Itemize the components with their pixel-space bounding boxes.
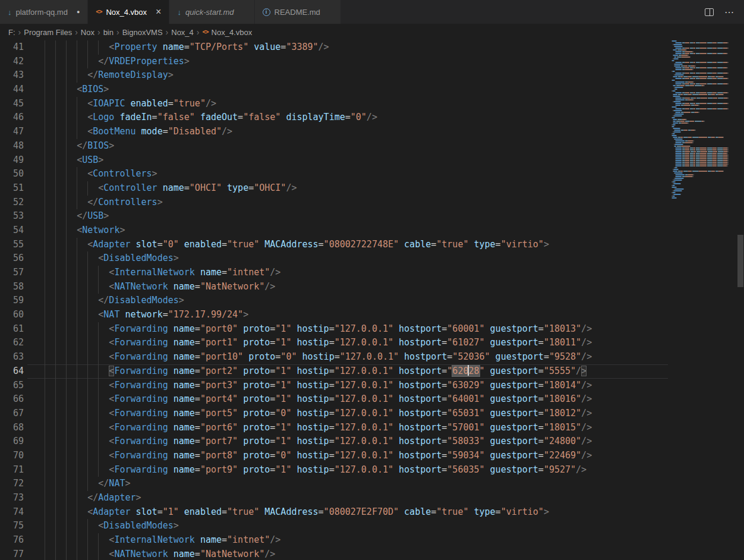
code-line[interactable]: 75<DisabledModes> (0, 519, 668, 533)
line-number[interactable]: 72 (0, 477, 27, 491)
line-number[interactable]: 42 (0, 55, 27, 69)
line-number[interactable]: 65 (0, 379, 27, 393)
scrollbar[interactable] (737, 40, 744, 560)
line-number[interactable]: 63 (0, 350, 27, 364)
indent-guides (45, 238, 87, 252)
line-number[interactable]: 54 (0, 224, 27, 238)
code-line[interactable]: 74<Adapter slot="1" enabled="true" MACAd… (0, 505, 668, 520)
code-line[interactable]: 56<DisabledModes> (0, 251, 668, 266)
line-number[interactable]: 76 (0, 533, 27, 548)
code-line[interactable]: 69<Forwarding name="port7" proto="1" hos… (0, 435, 668, 449)
tab-nox-4-vbox[interactable]: <> Nox_4.vbox × (88, 0, 169, 24)
line-number[interactable]: 75 (0, 519, 27, 533)
breadcrumb-item[interactable]: bin (103, 28, 114, 37)
code-line[interactable]: 76<InternalNetwork name="intnet"/> (0, 533, 668, 548)
code-line[interactable]: 41<Property name="TCP/Ports" value="3389… (0, 40, 668, 55)
editor-actions: ⋯ (695, 0, 744, 24)
breadcrumb-item[interactable]: Nox_4 (171, 28, 194, 37)
scrollbar-thumb[interactable] (737, 235, 743, 287)
line-number[interactable]: 43 (0, 68, 27, 83)
code-line[interactable]: 57<InternalNetwork name="intnet"/> (0, 266, 668, 280)
breadcrumb-item[interactable]: F: (8, 28, 15, 37)
tab-readme-md[interactable]: i README.md (255, 0, 341, 24)
line-number[interactable]: 64 (0, 364, 27, 379)
code-line[interactable]: 62<Forwarding name="port1" proto="1" hos… (0, 336, 668, 350)
code-line[interactable]: 44<BIOS> (0, 83, 668, 97)
line-number[interactable]: 59 (0, 294, 27, 308)
code-line[interactable]: 77<NATNetwork name="NatNetwork"/> (0, 548, 668, 560)
code-line[interactable]: 55<Adapter slot="0" enabled="true" MACAd… (0, 238, 668, 252)
line-number[interactable]: 48 (0, 139, 27, 153)
line-number[interactable]: 58 (0, 280, 27, 294)
line-number[interactable]: 51 (0, 181, 27, 196)
close-icon[interactable]: × (156, 7, 161, 17)
line-number[interactable]: 70 (0, 449, 27, 463)
line-number[interactable]: 56 (0, 251, 27, 266)
code-line[interactable]: 48</BIOS> (0, 139, 668, 153)
line-number[interactable]: 69 (0, 435, 27, 449)
line-number[interactable]: 61 (0, 322, 27, 336)
code-line[interactable]: 70<Forwarding name="port8" proto="0" hos… (0, 449, 668, 463)
line-number[interactable]: 68 (0, 421, 27, 435)
code-line[interactable]: 71<Forwarding name="port9" proto="1" hos… (0, 463, 668, 477)
line-number[interactable]: 57 (0, 266, 27, 280)
split-editor-icon[interactable] (705, 8, 714, 16)
line-number[interactable]: 71 (0, 463, 27, 477)
code-line[interactable]: 73</Adapter> (0, 491, 668, 505)
modified-dot-icon[interactable]: ● (77, 9, 80, 15)
indent-guides (45, 196, 87, 210)
code-line[interactable]: 59</DisabledModes> (0, 294, 668, 308)
code-line[interactable]: 52</Controllers> (0, 196, 668, 210)
code-line[interactable]: 51<Controller name="OHCI" type="OHCI"/> (0, 181, 668, 196)
indent-guides (45, 533, 109, 548)
line-number[interactable]: 46 (0, 111, 27, 125)
tab-quick-start-md[interactable]: ↓ quick-start.md (169, 0, 254, 24)
line-number[interactable]: 44 (0, 83, 27, 97)
breadcrumb-item[interactable]: Nox (81, 28, 94, 37)
line-number[interactable]: 67 (0, 407, 27, 421)
line-number[interactable]: 60 (0, 308, 27, 322)
code-line[interactable]: 46<Logo fadeIn="false" fadeOut="false" d… (0, 111, 668, 125)
code-line[interactable]: 63<Forwarding name="port10" proto="0" ho… (0, 350, 668, 364)
tab-platform-qq-md[interactable]: ↓ platform-qq.md ● (0, 0, 88, 24)
minimap[interactable] (668, 40, 737, 199)
code-line[interactable]: 60<NAT network="172.17.99/24"> (0, 308, 668, 322)
breadcrumb-item[interactable]: Program Files (24, 28, 72, 37)
line-number[interactable]: 74 (0, 505, 27, 520)
line-number[interactable]: 52 (0, 196, 27, 210)
more-actions-icon[interactable]: ⋯ (724, 7, 734, 18)
line-number[interactable]: 47 (0, 125, 27, 139)
code-line[interactable]: 42</VRDEProperties> (0, 55, 668, 69)
code-line[interactable]: 47<BootMenu mode="Disabled"/> (0, 125, 668, 139)
code-line[interactable]: 58<NATNetwork name="NatNetwork"/> (0, 280, 668, 294)
line-number[interactable]: 66 (0, 392, 27, 407)
code-line[interactable]: 66<Forwarding name="port4" proto="1" hos… (0, 392, 668, 407)
line-number[interactable]: 73 (0, 491, 27, 505)
code-line[interactable]: 54<Network> (0, 224, 668, 238)
code-line[interactable]: 53</USB> (0, 209, 668, 224)
line-number[interactable]: 55 (0, 238, 27, 252)
bracket-match: > (581, 366, 587, 376)
line-number[interactable]: 41 (0, 40, 27, 55)
code-line[interactable]: 67<Forwarding name="port5" proto="0" hos… (0, 407, 668, 421)
indent-guides (45, 421, 109, 435)
code-line[interactable]: 50<Controllers> (0, 167, 668, 181)
line-number[interactable]: 45 (0, 97, 27, 111)
code-line[interactable]: 64<Forwarding name="port2" proto="1" hos… (0, 364, 668, 379)
breadcrumb-item[interactable]: <>Nox_4.vbox (203, 28, 253, 37)
code-line[interactable]: 68<Forwarding name="port6" proto="1" hos… (0, 421, 668, 435)
editor: 41<Property name="TCP/Ports" value="3389… (0, 40, 744, 560)
indent-guides (45, 392, 109, 407)
code-line[interactable]: 49<USB> (0, 153, 668, 168)
line-number[interactable]: 62 (0, 336, 27, 350)
code-line[interactable]: 72</NAT> (0, 477, 668, 491)
code-line[interactable]: 45<IOAPIC enabled="true"/> (0, 97, 668, 111)
breadcrumb-item[interactable]: BignoxVMS (122, 28, 163, 37)
line-number[interactable]: 77 (0, 548, 27, 560)
code-line[interactable]: 43</RemoteDisplay> (0, 68, 668, 83)
code-line[interactable]: 65<Forwarding name="port3" proto="1" hos… (0, 379, 668, 393)
line-number[interactable]: 53 (0, 209, 27, 224)
line-number[interactable]: 50 (0, 167, 27, 181)
code-line[interactable]: 61<Forwarding name="port0" proto="1" hos… (0, 322, 668, 336)
line-number[interactable]: 49 (0, 153, 27, 168)
